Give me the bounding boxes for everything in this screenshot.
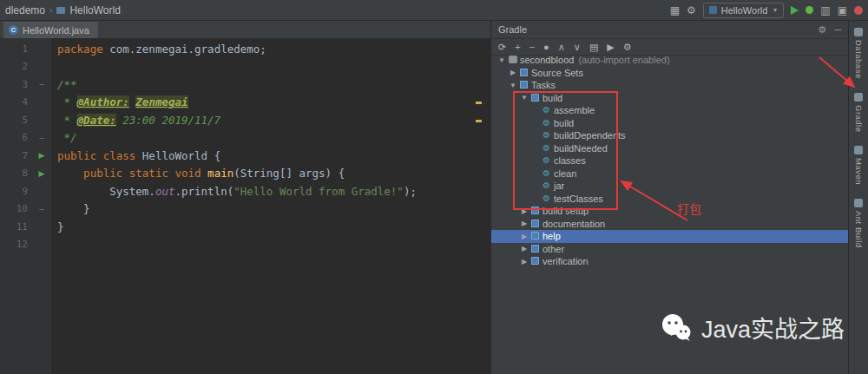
code-line[interactable]: 11}	[0, 218, 490, 236]
monitor-icon[interactable]: ▦	[670, 5, 680, 16]
code-text: public class HelloWorld {	[50, 149, 220, 162]
tree-item-builddependents[interactable]: ⚙buildDependents	[491, 129, 848, 142]
tree-item-label: Source Sets	[529, 68, 583, 78]
code-line[interactable]: 12	[0, 236, 490, 254]
tool-tab-maven[interactable]: Maven	[854, 146, 864, 185]
code-line[interactable]: 6− */	[0, 129, 490, 148]
line-number: 10	[0, 203, 33, 214]
gear-icon[interactable]: ⚙	[818, 24, 826, 36]
tree-item-build[interactable]: ▼build	[491, 92, 848, 105]
run-gutter-icon[interactable]: ▶	[33, 151, 50, 160]
tree-item-label: clean	[552, 168, 576, 179]
code-line[interactable]: 1package com.zenmegai.gradledemo;	[0, 40, 490, 58]
coverage-icon[interactable]: ▥	[820, 5, 830, 16]
record-icon[interactable]	[854, 6, 863, 15]
expand-all-icon[interactable]: ∧	[558, 43, 565, 52]
code-line[interactable]: 3−/**	[0, 75, 490, 94]
group-icon	[518, 80, 529, 90]
tree-item-help[interactable]: ▶help	[491, 230, 848, 243]
folder-icon	[56, 7, 65, 14]
tree-toggle[interactable]: ▶	[519, 207, 529, 215]
code-line[interactable]: 4 * @Author: Zenmegai	[0, 94, 490, 112]
code-line[interactable]: 8▶ public static void main(String[] args…	[0, 165, 490, 183]
tree-item-other[interactable]: ▶other	[491, 243, 848, 256]
group-icon	[529, 244, 541, 254]
tree-item-buildneeded[interactable]: ⚙buildNeeded	[491, 142, 848, 155]
code-token: System.	[109, 185, 155, 198]
execute-icon[interactable]: ▶	[607, 43, 614, 52]
tool-tab-database[interactable]: Database	[854, 28, 864, 79]
tree-toggle[interactable]: ▶	[508, 69, 518, 76]
tree-item-label: build	[552, 118, 574, 128]
tool-tab-ant-build[interactable]: Ant Build	[854, 199, 864, 248]
code-line[interactable]: 10− }	[0, 200, 490, 219]
tree-toggle[interactable]: ▶	[519, 245, 529, 253]
debug-button[interactable]	[806, 6, 813, 14]
run-config-selector[interactable]: HelloWorld ▼	[703, 3, 785, 18]
fold-icon[interactable]: −	[33, 133, 50, 143]
add-icon[interactable]: +	[515, 43, 520, 52]
tree-toggle[interactable]: ▼	[508, 82, 518, 89]
gradle-icon	[854, 93, 863, 102]
line-number: 9	[0, 186, 33, 197]
code-line[interactable]: 2	[0, 58, 490, 76]
tool-tab-gradle[interactable]: Gradle	[854, 93, 864, 133]
tree-item-build-setup[interactable]: ▶build setup	[491, 205, 848, 218]
group-icon	[518, 68, 529, 78]
breadcrumb-module[interactable]: HelloWorld	[69, 4, 120, 16]
inspection-mark[interactable]	[476, 102, 482, 104]
tree-item-secondblood[interactable]: ▼secondblood(auto-import enabled)	[491, 54, 848, 67]
fold-icon[interactable]: −	[33, 204, 50, 214]
tool-tab-label: Database	[854, 40, 864, 79]
fold-icon[interactable]: −	[33, 79, 50, 89]
settings-wrench-icon[interactable]: ⚙	[623, 43, 632, 52]
run-gutter-icon[interactable]: ▶	[33, 169, 50, 178]
tree-item-classes[interactable]: ⚙classes	[491, 154, 848, 167]
code-editor[interactable]: 1package com.zenmegai.gradledemo;23−/**4…	[0, 38, 490, 374]
code-text: /**	[50, 78, 77, 91]
tree-item-source-sets[interactable]: ▶Source Sets	[491, 67, 848, 80]
code-line[interactable]: 5 * @Date: 23:00 2019/11/7	[0, 111, 490, 129]
right-tool-strip: DatabaseGradleMavenAnt Build	[848, 21, 868, 374]
group-icon	[529, 206, 541, 216]
tree-toggle[interactable]: ▼	[519, 94, 529, 102]
gradle-panel-title: Gradle	[498, 24, 527, 35]
line-number: 12	[0, 239, 33, 250]
tree-item-documentation[interactable]: ▶documentation	[491, 218, 848, 231]
tree-toggle[interactable]: ▶	[519, 233, 529, 240]
tab-helloworld-java[interactable]: HelloWorld.java	[3, 22, 98, 38]
project-icon	[507, 55, 518, 65]
wrench-icon[interactable]: ⚙	[687, 5, 696, 16]
tree-item-clean[interactable]: ⚙clean	[491, 167, 848, 180]
hide-panel-icon[interactable]: ─	[834, 24, 841, 36]
task-icon: ⚙	[541, 119, 552, 128]
group-tasks-icon[interactable]: ▤	[589, 43, 598, 52]
tree-toggle[interactable]: ▶	[519, 220, 529, 227]
breadcrumb-project-dir[interactable]: dledemo	[5, 4, 45, 16]
run-gradle-icon[interactable]: ●	[543, 43, 549, 52]
tree-item-tasks[interactable]: ▼Tasks	[491, 79, 848, 92]
run-button[interactable]	[791, 6, 799, 15]
code-line[interactable]: 7▶public class HelloWorld {	[0, 147, 490, 165]
tree-item-verification[interactable]: ▶verification	[491, 255, 848, 268]
tree-item-jar[interactable]: ⚙jar	[491, 180, 848, 193]
tree-item-build[interactable]: ⚙build	[491, 117, 848, 130]
line-number: 7	[0, 150, 33, 161]
database-icon	[854, 28, 863, 36]
collapse-all-icon[interactable]: ∨	[574, 43, 581, 52]
code-token: {	[214, 149, 221, 162]
profiler-icon[interactable]: ▣	[838, 5, 847, 16]
code-text: }	[50, 202, 90, 215]
code-token: public class	[57, 149, 142, 162]
tree-item-testclasses[interactable]: ⚙testClasses	[491, 193, 848, 206]
inspection-mark[interactable]	[476, 120, 482, 122]
detach-icon[interactable]: −	[529, 43, 535, 52]
tree-item-assemble[interactable]: ⚙assemble	[491, 104, 848, 117]
code-line[interactable]: 9 System.out.println("Hello World from G…	[0, 182, 490, 200]
refresh-icon[interactable]: ⟳	[498, 43, 506, 52]
task-icon: ⚙	[541, 144, 552, 153]
code-text: System.out.println("Hello World from Gra…	[50, 185, 417, 198]
tree-toggle[interactable]: ▶	[519, 258, 529, 266]
code-text: package com.zenmegai.gradledemo;	[50, 43, 266, 56]
tree-toggle[interactable]: ▼	[496, 56, 507, 64]
